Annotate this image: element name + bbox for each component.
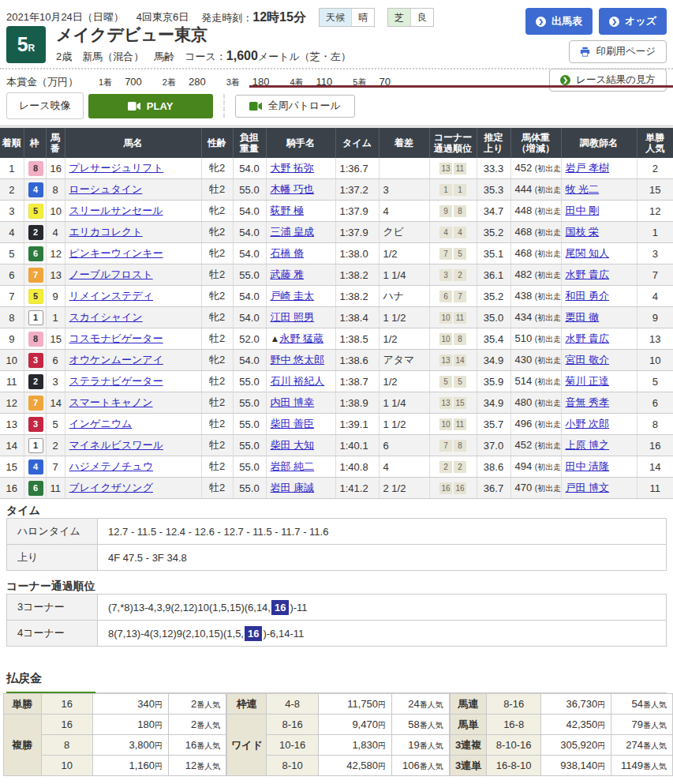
payout-bet-type: 3連複 <box>450 735 487 756</box>
horse-name-link[interactable]: インゲニウム <box>69 418 133 430</box>
trainer-cell: 水野 貴広 <box>561 264 637 286</box>
horse-name-link[interactable]: ピンキーウィンキー <box>69 247 163 259</box>
printer-icon <box>580 47 590 57</box>
shutsuba-button[interactable]: ❯出馬表 <box>525 8 593 35</box>
horse-name-link[interactable]: スマートキャノン <box>69 396 153 408</box>
trainer-cell: 田中 清隆 <box>561 456 637 478</box>
win-popularity: 7 <box>637 264 673 286</box>
frame-number-cell: 1 <box>24 307 46 328</box>
sex-age: 牝2 <box>201 307 233 328</box>
trainer-link[interactable]: 菊川 正達 <box>566 375 610 387</box>
result-guide-button[interactable]: ❯レース結果の見方 <box>549 69 667 92</box>
column-header: 騎手名 <box>266 126 335 158</box>
horse-name-cell: マイネルビスワール <box>65 435 201 456</box>
trainer-link[interactable]: 栗田 徹 <box>566 311 600 323</box>
horse-weight: 452 <box>515 162 535 174</box>
horse-name-link[interactable]: ノーブルフロスト <box>69 268 153 280</box>
horse-weight-cell: 452 (初出走) <box>510 435 561 456</box>
horse-name-link[interactable]: ハジメテノチュウ <box>69 460 153 472</box>
frame-number-cell: 6 <box>24 478 46 499</box>
play-button[interactable]: PLAY <box>88 94 213 118</box>
frame-number-badge: 5 <box>28 289 43 304</box>
jockey-link[interactable]: 岩部 純二 <box>271 460 315 472</box>
horse-weight-note: (初出走) <box>535 441 561 450</box>
jockey-link[interactable]: 永野 猛蔵 <box>279 332 323 344</box>
horse-name-link[interactable]: プレサージュリフト <box>69 162 163 174</box>
payout-amount-unit: 円 <box>155 721 163 730</box>
horse-weight: 468 <box>515 247 535 259</box>
jockey-link[interactable]: 荻野 極 <box>271 204 305 216</box>
sex-age: 牡2 <box>201 371 233 392</box>
horse-name-link[interactable]: リメインステディ <box>69 290 153 302</box>
jockey-link[interactable]: 江田 照男 <box>271 311 315 323</box>
horse-weight-cell: 468 (初出走) <box>510 222 561 243</box>
trainer-link[interactable]: 小野 次郎 <box>566 418 610 430</box>
jockey-cell: 荻野 極 <box>266 201 335 222</box>
payout-amount: 340円 <box>92 694 168 715</box>
trainer-link[interactable]: 水野 貴広 <box>566 268 610 280</box>
jockey-link[interactable]: 大野 拓弥 <box>271 162 315 174</box>
frame-number-badge: 6 <box>28 246 43 261</box>
jockey-link[interactable]: 石川 裕紀人 <box>271 375 325 387</box>
horse-weight-note: (初出走) <box>535 271 561 279</box>
payout-amount: 42,580円 <box>318 756 391 776</box>
trainer-link[interactable]: 牧 光二 <box>566 183 600 195</box>
payout-popularity-unit: 番人気 <box>643 741 667 750</box>
jockey-link[interactable]: 内田 博幸 <box>271 396 315 408</box>
carried-weight: 54.0 <box>233 222 266 243</box>
horse-name-link[interactable]: コスモナビゲーター <box>69 332 163 344</box>
horse-name-link[interactable]: スカイシャイン <box>69 311 143 323</box>
horse-name-link[interactable]: ローシュタイン <box>69 183 143 195</box>
trainer-link[interactable]: 国枝 栄 <box>566 226 600 238</box>
payout-popularity-value: 1149 <box>621 760 643 771</box>
result-row: 811スカイシャイン牝254.0江田 照男1:38.41 1/2101135.0… <box>0 307 673 328</box>
horse-weight-note: (初出走) <box>535 228 561 237</box>
jockey-link[interactable]: 柴田 大知 <box>271 439 315 451</box>
jockey-link[interactable]: 野中 悠太郎 <box>271 354 325 366</box>
jockey-link[interactable]: 武藤 雅 <box>271 268 305 280</box>
trainer-link[interactable]: 尾関 知人 <box>566 247 610 259</box>
horse-weight-note: (初出走) <box>535 399 561 407</box>
jockey-link[interactable]: 三浦 皇成 <box>271 226 315 238</box>
horse-name-link[interactable]: エリカコレクト <box>69 226 143 238</box>
trainer-link[interactable]: 水野 貴広 <box>566 332 610 344</box>
corner-position-4: 2 <box>454 461 466 473</box>
trainer-link[interactable]: 田中 剛 <box>566 204 600 216</box>
finish-time: 1:38.6 <box>335 350 379 371</box>
horse-weight-cell: 514 (初出走) <box>510 371 561 392</box>
horse-name-link[interactable]: スリールサンセール <box>69 204 163 216</box>
trainer-link[interactable]: 戸田 博文 <box>566 482 610 493</box>
jockey-link[interactable]: 木幡 巧也 <box>271 183 315 195</box>
jockey-link[interactable]: 岩田 康誠 <box>271 482 315 493</box>
horse-weight-cell: 430 (初出走) <box>510 350 561 371</box>
payout-popularity-value: 16 <box>185 739 196 751</box>
trainer-link[interactable]: 和田 勇介 <box>566 290 610 302</box>
trainer-cell: 和田 勇介 <box>561 286 637 307</box>
trainer-link[interactable]: 上原 博之 <box>566 439 610 451</box>
patrol-video-button[interactable]: 全周パトロール <box>235 95 355 118</box>
corner-order-pre: (7,*8)13-4,3,9(2,12)10(1,5,15)(6,14, <box>108 602 271 613</box>
odds-button[interactable]: ❯オッズ <box>599 8 667 35</box>
jockey-cell: 武藤 雅 <box>266 264 335 286</box>
jockey-link[interactable]: 柴田 善臣 <box>271 418 315 430</box>
payout-combination: 8-10 <box>267 756 318 776</box>
print-page-button[interactable]: 印刷用ページ <box>569 40 667 63</box>
jockey-link[interactable]: 戸崎 圭太 <box>271 290 315 302</box>
corner-position-4: 4 <box>454 227 466 238</box>
payout-amount-value: 9,470 <box>352 718 378 730</box>
payout-group-table: 単勝16340円2番人気複勝16180円2番人気83,800円16番人気101,… <box>3 693 226 776</box>
horse-weight: 514 <box>515 375 535 387</box>
trainer-link[interactable]: 音無 秀孝 <box>566 396 610 408</box>
horse-name-link[interactable]: ステラナビゲーター <box>69 375 163 387</box>
horse-name-cell: ステラナビゲーター <box>65 371 201 392</box>
horse-name-link[interactable]: オウケンムーンアイ <box>69 354 163 366</box>
jockey-link[interactable]: 石橋 脩 <box>271 247 305 259</box>
corner-position-3: 5 <box>439 376 452 388</box>
trainer-link[interactable]: 宮田 敬介 <box>566 354 610 366</box>
horse-name-link[interactable]: ブレイクザソング <box>69 482 153 493</box>
trainer-link[interactable]: 岩戸 孝樹 <box>566 162 610 174</box>
chevron-right-icon: ❯ <box>609 17 619 27</box>
trainer-link[interactable]: 田中 清隆 <box>566 460 610 472</box>
horse-name-link[interactable]: マイネルビスワール <box>69 439 163 451</box>
race-video-button[interactable]: レース映像 <box>6 92 84 119</box>
